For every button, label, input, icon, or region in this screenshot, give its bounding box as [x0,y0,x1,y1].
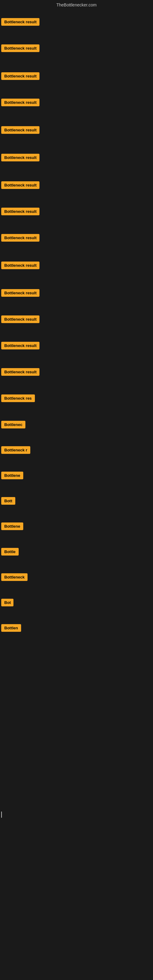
result-row-7: Bottleneck result [1,181,40,190]
result-row-19: Bott [1,497,15,506]
result-row-14: Bottleneck result [1,368,40,377]
result-row-9: Bottleneck result [1,234,40,243]
bottleneck-badge[interactable]: Bottleneck result [1,342,40,350]
bottleneck-badge[interactable]: Bottleneck res [1,395,35,402]
bottleneck-badge[interactable]: Bottleneck result [1,45,40,52]
bottleneck-badge[interactable]: Bottle [1,548,19,555]
cursor-indicator [1,811,2,818]
bottleneck-badge[interactable]: Bott [1,497,15,505]
result-row-20: Bottlene [1,522,23,531]
result-row-2: Bottleneck result [1,45,40,53]
bottleneck-badge[interactable]: Bottlen [1,624,21,632]
result-row-6: Bottleneck result [1,154,40,162]
result-row-23: Bot [1,599,13,608]
result-row-22: Bottleneck [1,573,27,582]
site-title: TheBottlenecker.com [0,0,153,10]
bottleneck-badge[interactable]: Bottlenec [1,421,26,428]
bottleneck-badge[interactable]: Bottleneck r [1,446,30,454]
result-row-8: Bottleneck result [1,208,40,216]
bottleneck-badge[interactable]: Bottleneck result [1,126,40,134]
result-row-12: Bottleneck result [1,315,40,324]
bottleneck-badge[interactable]: Bottleneck result [1,289,40,297]
result-row-11: Bottleneck result [1,289,40,298]
bottleneck-badge[interactable]: Bottleneck result [1,234,40,242]
bottleneck-badge[interactable]: Bottleneck result [1,261,40,269]
result-row-1: Bottleneck result [1,18,40,27]
result-row-21: Bottle [1,548,19,557]
bottleneck-badge[interactable]: Bot [1,599,13,606]
result-row-24: Bottlen [1,624,21,633]
bottleneck-badge[interactable]: Bottleneck result [1,181,40,189]
bottleneck-badge[interactable]: Bottleneck result [1,99,40,106]
result-row-18: Bottlene [1,472,23,480]
bottleneck-badge[interactable]: Bottleneck result [1,18,40,26]
result-row-10: Bottleneck result [1,261,40,270]
bottleneck-badge[interactable]: Bottlene [1,472,23,479]
bottleneck-badge[interactable]: Bottleneck result [1,208,40,215]
result-row-4: Bottleneck result [1,99,40,108]
result-row-3: Bottleneck result [1,72,40,81]
bottleneck-badge[interactable]: Bottleneck [1,573,27,581]
bottleneck-badge[interactable]: Bottleneck result [1,154,40,161]
result-row-15: Bottleneck res [1,395,35,403]
result-row-16: Bottlenec [1,421,26,430]
bottleneck-badge[interactable]: Bottlene [1,522,23,530]
result-row-17: Bottleneck r [1,446,30,455]
bottleneck-badge[interactable]: Bottleneck result [1,368,40,376]
bottleneck-badge[interactable]: Bottleneck result [1,315,40,323]
result-row-5: Bottleneck result [1,126,40,135]
results-container: Bottleneck resultBottleneck resultBottle… [0,10,153,684]
bottleneck-badge[interactable]: Bottleneck result [1,72,40,80]
result-row-13: Bottleneck result [1,342,40,351]
